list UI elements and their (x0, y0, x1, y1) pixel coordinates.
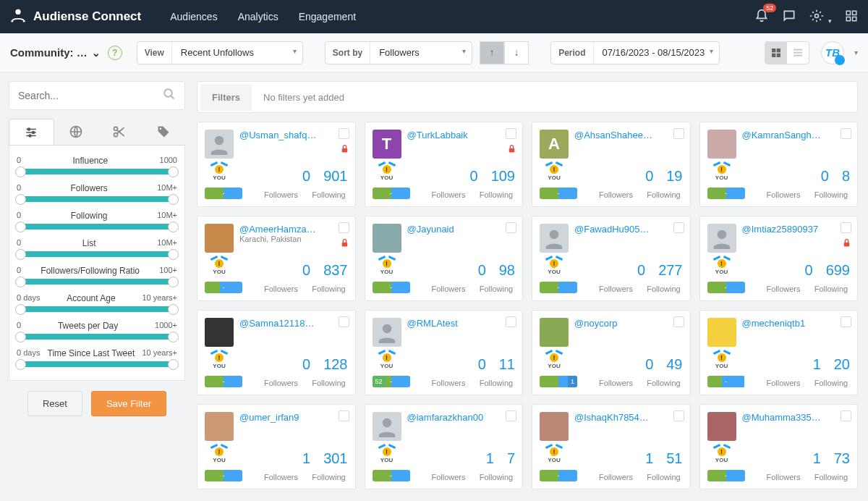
user-card[interactable]: @umer_irfan9 !YOU 1 301 FollowersFollowi… (197, 404, 356, 489)
user-handle[interactable]: @AhsanShaheen26 (574, 130, 654, 140)
user-card[interactable]: @Imtiaz25890937 !YOU 0 699 FollowersFoll… (699, 216, 859, 301)
period-selector[interactable]: Period 07/16/2023 - 08/15/2023 (550, 41, 720, 64)
sort-selector[interactable]: Sort by Followers (325, 41, 472, 64)
filter-tab-globe-icon[interactable] (54, 119, 98, 145)
user-handle[interactable]: @TurkLabbaik (407, 130, 468, 140)
user-card[interactable]: @AmeerHamza479 Karachi, Pakistan !YOU 0 … (197, 216, 356, 301)
select-checkbox[interactable] (673, 316, 684, 327)
filter-slider[interactable]: 0Followers10M+ (17, 179, 177, 206)
nav-audiences[interactable]: Audiences (170, 11, 217, 22)
user-card[interactable]: @Muhamma3359… !YOU 1 73 FollowersFollowi… (699, 404, 859, 489)
svg-rect-8 (772, 49, 775, 52)
select-checkbox[interactable] (339, 411, 349, 421)
svg-rect-11 (777, 53, 780, 56)
user-card[interactable]: @mecheniqtb1 !YOU 1 20 FollowersFollowin… (699, 310, 859, 395)
svg-rect-4 (846, 11, 850, 14)
user-card[interactable]: @Jayunaid !YOU 0 98 FollowersFollowing - (365, 216, 524, 301)
select-checkbox[interactable] (673, 128, 684, 139)
user-handle[interactable]: @IshaqKh78541753 (574, 412, 654, 423)
user-handle[interactable]: @iamfarazkhan00 (407, 412, 484, 423)
slider-track[interactable] (17, 169, 177, 174)
search-box[interactable] (9, 81, 185, 110)
reset-button[interactable]: Reset (27, 391, 82, 416)
community-selector[interactable]: Community: … ⌄ (10, 46, 101, 59)
user-card[interactable]: @Usman_shafqwat !YOU 0 901 FollowersFoll… (197, 122, 356, 207)
select-checkbox[interactable] (673, 411, 684, 421)
select-checkbox[interactable] (339, 128, 349, 139)
slider-track[interactable] (17, 224, 177, 230)
nav-engagement[interactable]: Engagement (299, 11, 356, 22)
followers-count: 1 (486, 450, 494, 467)
chevron-down-icon[interactable]: ▾ (854, 49, 858, 56)
search-icon[interactable] (163, 88, 176, 104)
user-handle[interactable]: @noycorp (574, 318, 617, 329)
filter-slider[interactable]: 0Influence1000 (17, 151, 177, 179)
messages-icon[interactable] (782, 9, 796, 25)
user-handle[interactable]: @KamranSanghar6 (742, 130, 822, 140)
view-selector[interactable]: View Recent Unfollows (137, 41, 303, 64)
user-card[interactable]: T @TurkLabbaik !YOU 0 109 FollowersFollo… (365, 122, 524, 207)
slider-track[interactable] (17, 196, 177, 202)
grid-view-icon[interactable] (765, 42, 787, 64)
user-handle[interactable]: @RMLAtest (407, 318, 458, 329)
user-handle[interactable]: @umer_irfan9 (239, 412, 299, 423)
filter-slider[interactable]: 0 daysTime Since Last Tweet10 years+ (17, 344, 177, 371)
user-handle[interactable]: @mecheniqtb1 (742, 318, 806, 329)
user-handle[interactable]: @Samna12118605 (239, 318, 319, 329)
select-checkbox[interactable] (841, 411, 851, 421)
user-handle[interactable]: @AmeerHamza479 (239, 224, 319, 235)
filter-slider[interactable]: 0Following10M+ (17, 206, 177, 234)
filter-tab-scissors-icon[interactable] (98, 119, 142, 145)
sort-desc-button[interactable]: ↓ (504, 41, 529, 64)
user-card[interactable]: @KamranSanghar6 !YOU 0 8 FollowersFollow… (699, 122, 859, 207)
filter-slider[interactable]: 0Tweets per Day1000+ (17, 316, 177, 344)
user-card[interactable]: @RMLAtest !YOU 0 11 FollowersFollowing 5… (365, 310, 524, 395)
user-card[interactable]: @Samna12118605 !YOU 0 128 FollowersFollo… (197, 310, 356, 395)
user-card[interactable]: @FawadHu90596… !YOU 0 277 FollowersFollo… (532, 216, 691, 301)
filter-slider[interactable]: 0List10M+ (17, 234, 177, 261)
list-view-icon[interactable] (787, 42, 809, 64)
ratio-bar: 1 (540, 376, 577, 387)
account-selector[interactable]: TB (821, 41, 844, 64)
settings-icon[interactable]: ▾ (809, 9, 832, 25)
slider-track[interactable] (17, 334, 177, 340)
filter-tab-sliders-icon[interactable] (9, 119, 54, 145)
apps-icon[interactable] (845, 9, 858, 25)
select-checkbox[interactable] (339, 222, 349, 233)
select-checkbox[interactable] (673, 222, 684, 233)
user-handle[interactable]: @FawadHu90596… (574, 224, 654, 235)
select-checkbox[interactable] (506, 316, 516, 327)
select-checkbox[interactable] (506, 128, 516, 139)
user-handle[interactable]: @Muhamma3359… (742, 412, 822, 423)
filter-slider[interactable]: 0 daysAccount Age10 years+ (17, 289, 177, 316)
user-handle[interactable]: @Jayunaid (407, 224, 454, 235)
select-checkbox[interactable] (339, 316, 349, 327)
select-checkbox[interactable] (506, 222, 516, 233)
user-card[interactable]: @IshaqKh78541753 !YOU 1 51 FollowersFoll… (532, 404, 691, 489)
filter-tab-tag-icon[interactable] (142, 119, 186, 145)
slider-min: 0 (17, 211, 21, 221)
slider-track[interactable] (17, 279, 177, 285)
slider-track[interactable] (17, 306, 177, 312)
user-handle[interactable]: @Imtiaz25890937 (742, 224, 819, 235)
select-checkbox[interactable] (841, 128, 851, 139)
select-checkbox[interactable] (506, 411, 516, 421)
search-input[interactable] (18, 90, 163, 101)
help-icon[interactable]: ? (108, 46, 122, 60)
user-card[interactable]: A @AhsanShaheen26 !YOU 0 19 FollowersFol… (532, 122, 691, 207)
sort-asc-button[interactable]: ↑ (480, 41, 504, 64)
select-checkbox[interactable] (841, 222, 851, 233)
user-handle[interactable]: @Usman_shafqwat (239, 130, 319, 140)
filters-label[interactable]: Filters (200, 84, 252, 111)
notifications-icon[interactable]: 52 (754, 9, 769, 25)
svg-point-31 (382, 418, 391, 428)
brand[interactable]: Audiense Connect (10, 7, 141, 27)
slider-track[interactable] (17, 361, 177, 367)
user-card[interactable]: @iamfarazkhan00 !YOU 1 7 FollowersFollow… (365, 404, 524, 489)
slider-track[interactable] (17, 251, 177, 257)
save-filter-button[interactable]: Save Filter (91, 391, 166, 416)
user-card[interactable]: @noycorp !YOU 0 49 FollowersFollowing 1 (532, 310, 691, 395)
filter-slider[interactable]: 0Followers/Following Ratio100+ (17, 261, 177, 289)
select-checkbox[interactable] (841, 316, 851, 327)
nav-analytics[interactable]: Analytics (238, 11, 278, 22)
